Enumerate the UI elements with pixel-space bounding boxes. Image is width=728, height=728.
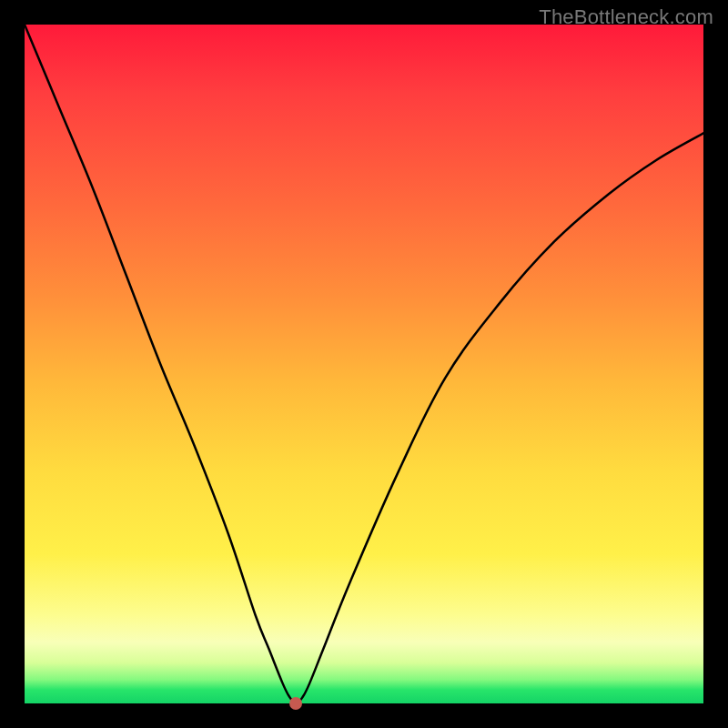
watermark-text: TheBottleneck.com — [539, 5, 713, 29]
plot-area — [25, 25, 703, 703]
chart-frame: TheBottleneck.com — [0, 0, 728, 728]
minimum-marker-dot — [289, 697, 302, 710]
bottleneck-curve — [25, 25, 703, 703]
